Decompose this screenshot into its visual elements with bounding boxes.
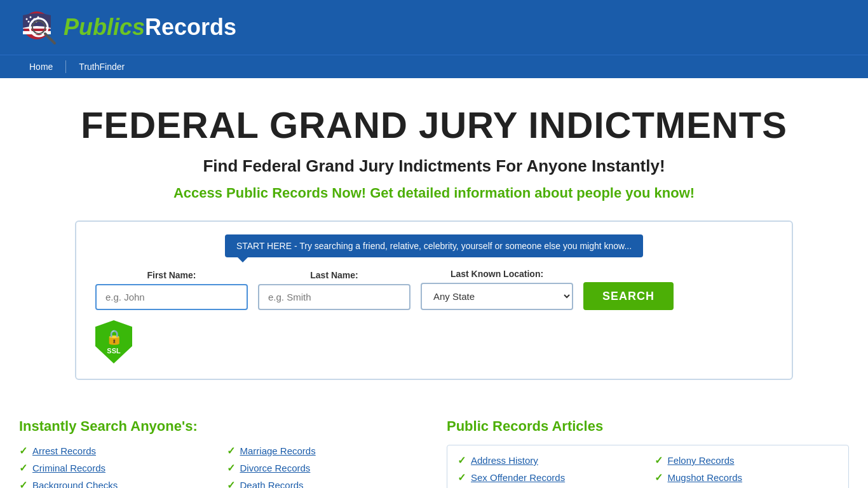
articles-grid: ✓Address History✓Felony Records✓Sex Offe… [458,454,838,484]
article-link[interactable]: Sex Offender Records [471,472,565,483]
nav-home[interactable]: Home [19,55,63,78]
record-link[interactable]: Death Records [240,480,304,488]
check-icon: ✓ [227,479,235,488]
ssl-badge: 🔒 SSL [95,320,773,363]
last-name-input[interactable] [258,284,410,310]
list-item: ✓Background Checks [19,479,214,488]
location-label: Last Known Location: [421,269,573,279]
check-icon: ✓ [19,445,27,457]
check-icon: ✓ [458,471,466,484]
ssl-shield: 🔒 SSL [95,320,132,363]
article-link[interactable]: Address History [471,455,538,466]
record-link[interactable]: Marriage Records [240,445,316,456]
left-section-title: Instantly Search Anyone's: [19,418,421,435]
search-fields: First Name: Last Name: Last Known Locati… [95,269,773,310]
list-item: ✓Criminal Records [19,462,214,474]
right-section-title: Public Records Articles [447,418,849,435]
list-item: ✓Arrest Records [19,445,214,457]
record-link[interactable]: Arrest Records [32,445,96,456]
list-item: ✓Marriage Records [227,445,422,457]
record-link[interactable]: Criminal Records [32,463,105,473]
list-item: ✓Death Records [227,479,422,488]
first-name-input[interactable] [95,284,248,310]
right-column: Public Records Articles ✓Address History… [447,418,849,488]
list-item: ✓Sex Offender Records [458,471,642,484]
left-column: Instantly Search Anyone's: ✓Arrest Recor… [19,418,421,488]
nav-divider [65,60,66,73]
list-item: ✓Felony Records [654,454,839,466]
first-name-label: First Name: [95,270,248,280]
check-icon: ✓ [654,471,663,484]
site-header: PublicsRecords [0,0,868,55]
lock-icon: 🔒 [105,329,123,346]
check-icon: ✓ [19,462,27,474]
location-group: Last Known Location: Any StateAlabamaAla… [421,269,573,310]
last-name-label: Last Name: [258,270,410,280]
nav-truthfinder[interactable]: TruthFinder [69,55,135,78]
state-select[interactable]: Any StateAlabamaAlaskaArizonaArkansasCal… [421,283,573,310]
svg-point-8 [28,21,30,23]
left-link-list: ✓Arrest Records✓Marriage Records✓Crimina… [19,445,421,488]
logo-text: PublicsRecords [64,16,236,39]
svg-line-13 [45,34,55,43]
hero-tagline: Access Public Records Now! Get detailed … [13,185,855,201]
page-title: FEDERAL GRAND JURY INDICTMENTS [13,104,855,146]
logo[interactable]: PublicsRecords [19,8,236,47]
check-icon: ✓ [227,462,235,474]
bottom-section: Instantly Search Anyone's: ✓Arrest Recor… [0,412,868,488]
list-item: ✓Mugshot Records [654,471,839,484]
hero-subtitle: Find Federal Grand Jury Indictments For … [13,156,855,176]
search-box: START HERE - Try searching a friend, rel… [75,220,793,380]
ssl-text: SSL [107,347,120,355]
list-item: ✓Divorce Records [227,462,422,474]
check-icon: ✓ [654,454,663,466]
article-link[interactable]: Felony Records [668,455,735,466]
record-link[interactable]: Background Checks [32,480,118,488]
logo-icon [19,8,58,47]
search-button[interactable]: SEARCH [583,282,674,310]
articles-box: ✓Address History✓Felony Records✓Sex Offe… [447,445,849,488]
search-tooltip: START HERE - Try searching a friend, rel… [225,234,643,257]
record-link[interactable]: Divorce Records [240,463,311,473]
main-nav: Home TruthFinder [0,55,868,78]
svg-point-4 [26,18,28,20]
hero-section: FEDERAL GRAND JURY INDICTMENTS Find Fede… [0,78,868,412]
check-icon: ✓ [227,445,235,457]
article-link[interactable]: Mugshot Records [668,472,743,483]
first-name-group: First Name: [95,270,248,310]
check-icon: ✓ [19,479,27,488]
check-icon: ✓ [458,454,466,466]
svg-point-5 [30,17,32,18]
last-name-group: Last Name: [258,270,410,310]
list-item: ✓Address History [458,454,642,466]
